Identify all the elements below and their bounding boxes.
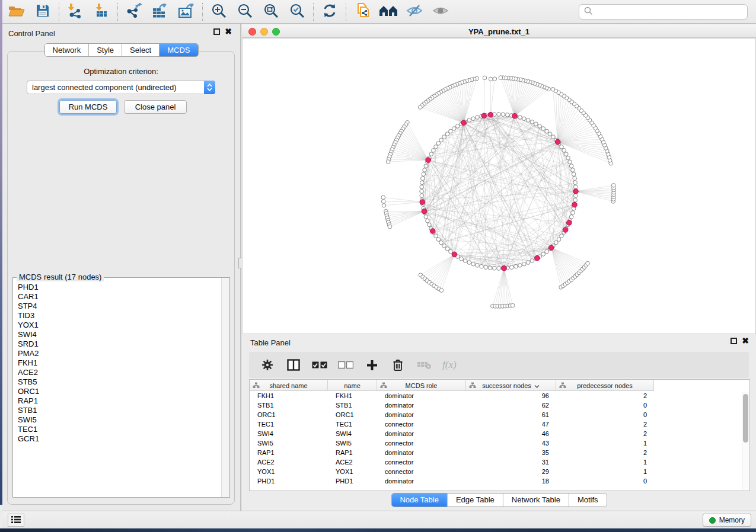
network-node[interactable]: [573, 198, 578, 202]
tab-motifs[interactable]: Motifs: [569, 493, 607, 507]
select-all-checkboxes-button[interactable]: [312, 357, 327, 373]
mcds-result-item[interactable]: GCR1: [18, 434, 221, 444]
network-node[interactable]: [467, 261, 471, 265]
refresh-button[interactable]: [317, 2, 343, 22]
close-table-panel-icon[interactable]: ✖: [742, 338, 749, 344]
table-settings-gear-button[interactable]: [260, 357, 275, 373]
tab-style[interactable]: Style: [89, 44, 122, 56]
mcds-highlighted-node[interactable]: [512, 114, 518, 119]
tab-node-table[interactable]: Node Table: [391, 493, 448, 507]
delete-column-trash-button[interactable]: [390, 357, 406, 373]
mcds-highlighted-node[interactable]: [563, 227, 568, 233]
satellite-node[interactable]: [388, 225, 392, 229]
satellite-node[interactable]: [483, 76, 487, 80]
tab-network[interactable]: Network: [44, 44, 89, 56]
save-session-button[interactable]: [30, 2, 56, 22]
mcds-highlighted-node[interactable]: [573, 189, 579, 194]
satellite-node[interactable]: [489, 77, 493, 81]
network-node[interactable]: [497, 113, 501, 117]
export-network-button[interactable]: [121, 2, 147, 22]
mcds-highlighted-node[interactable]: [555, 139, 560, 145]
mcds-highlighted-node[interactable]: [535, 255, 540, 261]
network-canvas[interactable]: [242, 38, 756, 334]
table-row[interactable]: SWI4SWI4dominator462: [250, 429, 749, 438]
network-node[interactable]: [571, 211, 575, 215]
column-header-predecessor-nodes[interactable]: predecessor nodes: [556, 380, 654, 391]
mcds-highlighted-node[interactable]: [481, 113, 487, 118]
network-node[interactable]: [568, 160, 572, 164]
network-node[interactable]: [562, 149, 566, 153]
network-node[interactable]: [436, 238, 441, 242]
network-node[interactable]: [423, 168, 427, 172]
mcds-result-item[interactable]: TID3: [18, 311, 221, 321]
network-node[interactable]: [514, 264, 518, 268]
network-node[interactable]: [442, 135, 446, 139]
scrollbar-thumb[interactable]: [743, 394, 748, 443]
network-node[interactable]: [434, 145, 438, 149]
network-node[interactable]: [449, 249, 453, 254]
network-node[interactable]: [573, 181, 578, 185]
mcds-result-item[interactable]: YOX1: [18, 321, 221, 330]
network-node[interactable]: [424, 164, 428, 168]
network-node[interactable]: [564, 152, 569, 156]
column-header-shared-name[interactable]: shared name: [250, 380, 328, 391]
table-row[interactable]: RAP1RAP1dominator352: [250, 448, 749, 457]
mcds-result-item[interactable]: TEC1: [18, 425, 221, 434]
mcds-highlighted-node[interactable]: [452, 252, 457, 257]
network-node[interactable]: [560, 234, 564, 238]
network-node[interactable]: [436, 142, 441, 146]
mcds-result-item[interactable]: CAR1: [18, 292, 221, 302]
show-column-pane-button[interactable]: [286, 357, 301, 373]
network-node[interactable]: [460, 257, 464, 261]
network-node[interactable]: [571, 168, 575, 172]
table-row[interactable]: TEC1TEC1connector472: [250, 419, 749, 429]
network-node[interactable]: [428, 223, 432, 227]
network-node[interactable]: [573, 177, 577, 181]
table-row[interactable]: YOX1YOX1connector291: [250, 467, 749, 476]
network-node[interactable]: [545, 249, 549, 254]
mcds-result-item[interactable]: STB1: [18, 406, 221, 415]
search-input[interactable]: [596, 6, 747, 18]
close-panel-icon[interactable]: ✖: [225, 28, 232, 35]
mcds-result-list[interactable]: PHD1CAR1STP4TID3YOX1SWI4SRD1PMA2FKH1ACE2…: [13, 280, 221, 497]
network-node[interactable]: [445, 132, 449, 136]
network-node[interactable]: [501, 113, 505, 117]
network-node[interactable]: [476, 116, 480, 120]
network-node[interactable]: [526, 261, 530, 265]
network-node[interactable]: [426, 219, 430, 223]
network-node[interactable]: [434, 234, 438, 238]
float-panel-icon[interactable]: [213, 28, 220, 35]
network-node[interactable]: [420, 194, 424, 198]
mcds-result-item[interactable]: ORC1: [18, 387, 221, 396]
network-node[interactable]: [449, 129, 453, 133]
deselect-all-checkboxes-button[interactable]: [338, 357, 353, 373]
mcds-highlighted-node[interactable]: [548, 245, 554, 251]
add-column-button[interactable]: [364, 357, 379, 373]
network-node[interactable]: [432, 149, 436, 153]
node-table[interactable]: shared namenameMCDS rolesuccessor nodesp…: [249, 379, 750, 491]
mcds-result-item[interactable]: FKH1: [18, 358, 221, 368]
mcds-highlighted-node[interactable]: [567, 220, 572, 226]
satellite-node[interactable]: [586, 261, 590, 265]
network-node[interactable]: [530, 259, 534, 263]
network-node[interactable]: [463, 259, 467, 263]
network-node[interactable]: [557, 238, 561, 242]
network-node[interactable]: [442, 244, 446, 248]
table-row[interactable]: ORC1ORC1dominator610: [250, 410, 749, 419]
open-file-button[interactable]: [4, 2, 30, 22]
satellite-node[interactable]: [382, 204, 386, 208]
satellite-node[interactable]: [386, 160, 390, 164]
mcds-result-item[interactable]: SWI4: [18, 330, 221, 339]
network-node[interactable]: [420, 181, 425, 185]
satellite-node[interactable]: [611, 184, 615, 188]
network-node[interactable]: [420, 185, 424, 189]
network-node[interactable]: [569, 215, 573, 219]
table-row[interactable]: PHD1PHD1dominator180: [250, 476, 749, 486]
column-header-MCDS-role[interactable]: MCDS role: [377, 380, 466, 391]
tab-mcds[interactable]: MCDS: [160, 44, 197, 56]
mcds-result-item[interactable]: PHD1: [18, 283, 221, 292]
network-node[interactable]: [424, 215, 428, 219]
network-node[interactable]: [505, 113, 509, 117]
network-graph[interactable]: [243, 39, 755, 334]
mcds-result-item[interactable]: PMA2: [18, 349, 221, 358]
